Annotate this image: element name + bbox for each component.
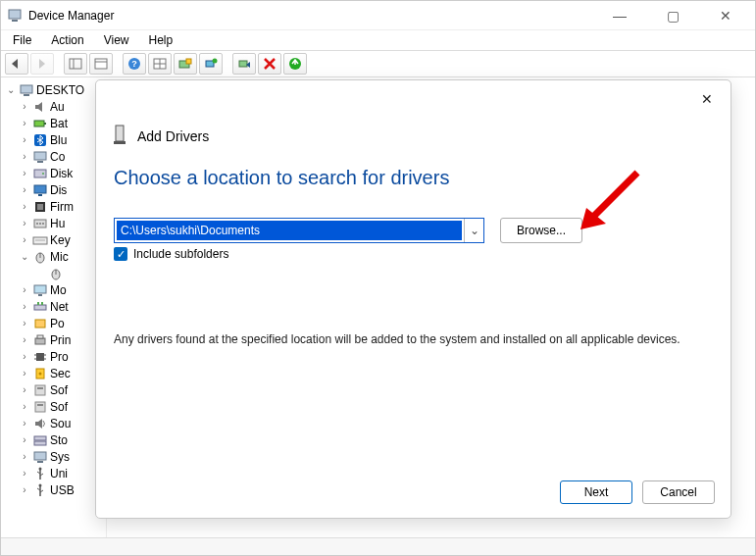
add-drivers-dialog: ✕ Add Drivers Choose a location to searc…: [95, 79, 731, 519]
svg-rect-57: [35, 385, 45, 395]
svg-rect-71: [114, 141, 126, 144]
driver-path-value[interactable]: C:\Users\sukhi\Documents: [117, 221, 462, 240]
properties-icon[interactable]: [89, 53, 113, 75]
svg-rect-28: [34, 185, 46, 193]
svg-point-35: [42, 223, 44, 225]
forward-button[interactable]: [30, 53, 54, 75]
svg-rect-24: [34, 152, 46, 160]
tree-node[interactable]: ⌄Mic: [5, 248, 106, 265]
device-icon: [112, 124, 127, 148]
update-driver-icon[interactable]: [199, 53, 223, 75]
titlebar: Device Manager — ▢ ✕: [1, 1, 755, 30]
svg-rect-25: [37, 161, 43, 163]
svg-marker-61: [35, 419, 42, 429]
tree-node[interactable]: ›Co: [5, 148, 106, 165]
svg-point-27: [42, 173, 44, 175]
svg-rect-19: [24, 94, 29, 96]
svg-rect-44: [34, 305, 46, 310]
help-icon[interactable]: ?: [123, 53, 146, 75]
svg-rect-70: [116, 126, 124, 141]
disable-device-icon[interactable]: [258, 53, 281, 75]
tree-node[interactable]: ›Au: [5, 98, 106, 115]
status-bar: [1, 537, 755, 555]
tree-node[interactable]: [5, 265, 106, 281]
tree-node[interactable]: ›Blu: [5, 131, 106, 148]
tree-node[interactable]: ›Sec: [5, 365, 106, 381]
show-hide-console-tree-icon[interactable]: [64, 53, 87, 75]
menu-action[interactable]: Action: [43, 31, 91, 49]
svg-rect-4: [95, 59, 107, 69]
chevron-down-icon[interactable]: ⌄: [464, 219, 483, 242]
svg-rect-22: [44, 123, 46, 125]
minimize-button[interactable]: —: [602, 8, 637, 24]
dialog-header: Add Drivers: [137, 128, 209, 144]
browse-button[interactable]: Browse...: [500, 218, 582, 243]
svg-rect-21: [34, 121, 44, 126]
svg-rect-48: [35, 338, 45, 344]
svg-rect-15: [239, 61, 247, 67]
tree-node[interactable]: ›Sof: [5, 381, 106, 398]
svg-rect-65: [37, 461, 43, 463]
tree-node[interactable]: ›Sou: [5, 415, 106, 431]
include-subfolders-label: Include subfolders: [133, 247, 228, 261]
next-button[interactable]: Next: [560, 480, 632, 504]
svg-rect-18: [21, 85, 32, 93]
maximize-button[interactable]: ▢: [655, 8, 690, 24]
driver-path-combobox[interactable]: C:\Users\sukhi\Documents ⌄: [114, 218, 484, 243]
dialog-description: Any drivers found at the specified locat…: [114, 331, 695, 347]
toolbar: ?: [1, 50, 755, 77]
svg-point-67: [39, 467, 42, 470]
svg-rect-50: [36, 353, 44, 361]
svg-point-56: [39, 372, 42, 375]
tree-node[interactable]: ›Firm: [5, 198, 106, 215]
app-icon: [7, 8, 23, 24]
tree-node[interactable]: ›Disk: [5, 165, 106, 181]
tree-node[interactable]: ›Key: [5, 231, 106, 248]
svg-rect-63: [34, 441, 46, 445]
svg-rect-59: [35, 402, 45, 412]
scan-hardware-icon[interactable]: [174, 53, 197, 75]
uninstall-device-icon[interactable]: [232, 53, 256, 75]
menu-file[interactable]: File: [5, 31, 39, 49]
enable-device-icon[interactable]: [283, 53, 307, 75]
svg-point-69: [39, 483, 42, 486]
svg-rect-12: [186, 59, 191, 64]
window-title: Device Manager: [28, 9, 602, 23]
tree-node[interactable]: ›Mo: [5, 281, 106, 298]
menubar: File Action View Help: [1, 30, 755, 50]
svg-rect-29: [38, 194, 42, 196]
svg-rect-60: [37, 404, 43, 406]
svg-rect-31: [37, 204, 43, 210]
svg-rect-1: [12, 20, 18, 22]
svg-rect-43: [38, 294, 42, 296]
tree-node[interactable]: ›Bat: [5, 115, 106, 131]
tree-root[interactable]: ⌄DESKTO: [5, 81, 106, 98]
svg-rect-42: [34, 285, 46, 293]
tree-node[interactable]: ›Hu: [5, 215, 106, 231]
tree-node[interactable]: ›Sys: [5, 448, 106, 465]
cancel-button[interactable]: Cancel: [642, 480, 715, 504]
tree-node[interactable]: ›Prin: [5, 331, 106, 348]
tree-node[interactable]: ›USB: [5, 481, 106, 498]
devices-by-type-icon[interactable]: [148, 53, 172, 75]
close-button[interactable]: ✕: [708, 8, 743, 24]
svg-rect-0: [9, 10, 21, 19]
tree-node[interactable]: ›Dis: [5, 181, 106, 198]
tree-node[interactable]: ›Po: [5, 315, 106, 331]
tree-node[interactable]: ›Sof: [5, 398, 106, 415]
dialog-title: Choose a location to search for drivers: [114, 167, 449, 189]
tree-node[interactable]: ›Sto: [5, 431, 106, 448]
dialog-close-button[interactable]: ✕: [691, 86, 723, 112]
tree-node[interactable]: ›Uni: [5, 465, 106, 481]
menu-view[interactable]: View: [96, 31, 137, 49]
tree-node[interactable]: ›Pro: [5, 348, 106, 365]
svg-point-14: [213, 59, 218, 64]
include-subfolders-checkbox[interactable]: ✓: [114, 247, 127, 261]
svg-rect-64: [34, 452, 46, 460]
device-tree[interactable]: ⌄DESKTO›Au›Bat›Blu›Co›Disk›Dis›Firm›Hu›K…: [1, 79, 107, 537]
tree-node[interactable]: ›Net: [5, 298, 106, 315]
svg-point-33: [36, 223, 38, 225]
back-button[interactable]: [5, 53, 28, 75]
svg-rect-46: [41, 302, 43, 305]
menu-help[interactable]: Help: [141, 31, 181, 49]
